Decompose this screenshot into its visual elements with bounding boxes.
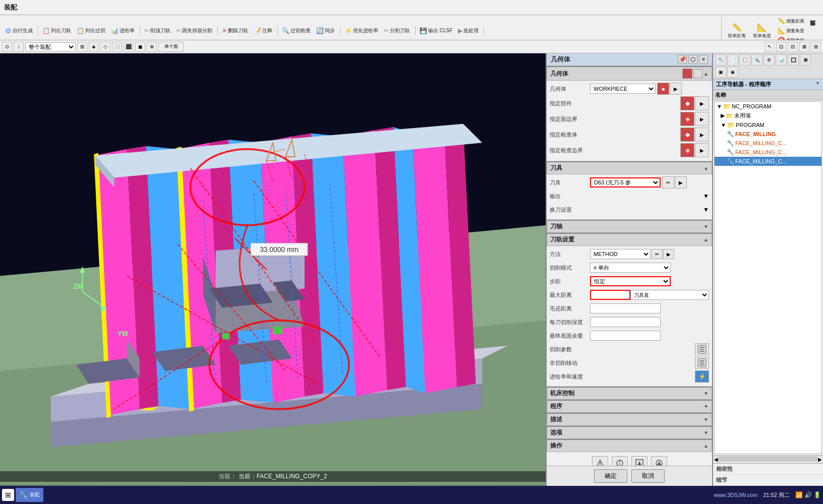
stepover-select[interactable]: 恒定 bbox=[590, 276, 671, 286]
feed-speed-btn[interactable]: ⚡ bbox=[695, 370, 709, 383]
section-program[interactable]: 程序 ▼ bbox=[547, 400, 712, 413]
description-collapse[interactable]: ▼ bbox=[703, 417, 709, 422]
section-operation[interactable]: 操作 ▲ bbox=[547, 439, 712, 452]
mode-icon-btn[interactable]: ↕ bbox=[14, 42, 24, 52]
assembly-filter-select[interactable]: 整个装配 bbox=[25, 42, 76, 51]
right-panel-scroll[interactable]: 几何体 ▲ 几何体 WORKPIECE bbox=[547, 66, 712, 466]
note-btn[interactable]: 📝 注释 bbox=[252, 26, 274, 35]
specify-check-boundary-btn[interactable]: ◈ bbox=[680, 143, 694, 157]
feed-rate-btn[interactable]: 📊 进给率 bbox=[109, 26, 137, 35]
tool-collapse[interactable]: ▲ bbox=[703, 165, 709, 171]
far-icon8[interactable]: 🔳 bbox=[800, 54, 811, 66]
tb4-select-face[interactable]: 单个面 bbox=[158, 42, 184, 52]
scroll-right-btn[interactable]: ▶ bbox=[818, 457, 822, 462]
section-axis[interactable]: 刀轴 ▼ bbox=[547, 220, 712, 233]
opt-feed-btn[interactable]: ⚡ 优化进给率 bbox=[342, 26, 380, 35]
tree-item-face-milling-copy2[interactable]: 🔧 FACE_MILLING_C... bbox=[715, 148, 821, 157]
final-stock-input[interactable]: 0.0000 bbox=[590, 331, 661, 341]
specify-part-btn[interactable]: ◆ bbox=[680, 96, 694, 110]
view-btn3[interactable]: ⊟ bbox=[788, 42, 798, 52]
far-icon9[interactable]: ▣ bbox=[715, 67, 726, 78]
tb4-btn6[interactable]: ◼ bbox=[135, 42, 145, 52]
op-btn4[interactable] bbox=[651, 456, 667, 466]
specify-boundary-select-btn[interactable]: ▶ bbox=[695, 112, 709, 126]
cut-depth-input[interactable]: 0.0000 bbox=[590, 317, 661, 327]
far-icon4[interactable]: 🔩 bbox=[751, 54, 762, 66]
view-btn4[interactable]: ⊠ bbox=[799, 42, 809, 52]
method-select-btn[interactable]: ▶ bbox=[663, 249, 674, 259]
panel-expand-btn[interactable]: ⬡ bbox=[688, 55, 697, 64]
tb4-btn4[interactable]: ⬜ bbox=[112, 42, 122, 52]
simple-angle-btn[interactable]: 📐 简单角度 bbox=[751, 21, 773, 41]
tb4-btn3[interactable]: ◇ bbox=[100, 42, 110, 52]
far-icon2[interactable]: 📄 bbox=[727, 54, 738, 66]
tree-item-face-milling-copy1[interactable]: 🔧 FACE_MILLING_C... bbox=[715, 139, 821, 148]
options-collapse[interactable]: ▼ bbox=[703, 430, 709, 435]
axis-collapse[interactable]: ▼ bbox=[703, 224, 709, 229]
tool-change-collapse-icon[interactable]: ▼ bbox=[703, 206, 709, 213]
view-btn1[interactable]: ↖ bbox=[765, 42, 775, 52]
simple-dist-btn[interactable]: 📏 简单距离 bbox=[726, 21, 748, 41]
section-options[interactable]: 选项 ▼ bbox=[547, 426, 712, 439]
output-clsf-btn[interactable]: 💾 输出 CLSF bbox=[418, 26, 454, 35]
list-path-btn[interactable]: 📋 列出刀轨 bbox=[40, 26, 73, 35]
tree-scroll-area[interactable]: ◀ ▶ bbox=[713, 455, 823, 463]
far-icon3[interactable]: 📋 bbox=[739, 54, 750, 66]
far-icon7[interactable]: 🔲 bbox=[788, 54, 799, 66]
op-btn1[interactable] bbox=[592, 456, 608, 466]
tb4-btn2[interactable]: ◈ bbox=[89, 42, 99, 52]
tool-select-btn[interactable]: ▶ bbox=[675, 176, 687, 188]
far-icon10[interactable]: ◉ bbox=[727, 67, 738, 78]
op-btn3[interactable] bbox=[631, 456, 648, 466]
geom-collapse[interactable]: ▲ bbox=[703, 71, 709, 77]
geom-icon1[interactable] bbox=[682, 69, 692, 79]
trim-path-btn[interactable]: ✂ 削顶刀轨 bbox=[142, 26, 172, 35]
filter-icon-btn[interactable]: ⊙ bbox=[2, 42, 12, 52]
view-btn2[interactable]: ⊡ bbox=[776, 42, 786, 52]
tb4-btn7[interactable]: ⊕ bbox=[147, 42, 157, 52]
ok-button[interactable]: 确定 bbox=[594, 469, 627, 483]
specify-part-select-btn[interactable]: ▶ bbox=[695, 96, 709, 110]
output-collapse-icon[interactable]: ▼ bbox=[703, 193, 709, 200]
tb4-btn1[interactable]: ⊞ bbox=[77, 42, 87, 52]
machine-control-collapse[interactable]: ▼ bbox=[703, 391, 709, 396]
panel-pin-btn[interactable]: 📌 bbox=[678, 55, 687, 64]
geom-edit-btn[interactable]: ■ bbox=[657, 83, 669, 95]
split-by-holder-btn[interactable]: ✂ 因夹持器分割 bbox=[174, 26, 214, 35]
meas-angle-btn[interactable]: 📐 测量角度 bbox=[776, 26, 806, 35]
geom-select-btn[interactable]: ▶ bbox=[670, 83, 682, 95]
3d-viewport[interactable]: 33.0000 mm ZM YM bbox=[0, 53, 546, 486]
start-button[interactable]: ⊞ bbox=[2, 489, 14, 501]
specify-check-body-select-btn[interactable]: ▶ bbox=[695, 128, 709, 142]
workpiece-select[interactable]: WORKPIECE bbox=[590, 84, 656, 94]
far-icon1[interactable]: 🔧 bbox=[715, 54, 726, 66]
cancel-button[interactable]: 取消 bbox=[631, 469, 665, 483]
tb4-btn5[interactable]: ⬛ bbox=[124, 42, 134, 52]
batch-btn[interactable]: ▶ 批处理 bbox=[456, 26, 481, 35]
section-geometry[interactable]: 几何体 ▲ bbox=[547, 66, 712, 81]
overcut-check-btn[interactable]: 🔍 过切检查 bbox=[280, 26, 313, 35]
operation-collapse[interactable]: ▲ bbox=[703, 443, 709, 449]
tree-item-nc-program[interactable]: ▼ 📁 NC_PROGRAM bbox=[715, 102, 821, 111]
cut-params-btn[interactable] bbox=[695, 343, 709, 355]
view-btn5[interactable]: ⊞ bbox=[811, 42, 821, 52]
stock-dist-input[interactable]: 1.0000 bbox=[590, 303, 661, 313]
specify-boundary-btn[interactable]: ◈ bbox=[680, 112, 694, 126]
taskbar-app-btn[interactable]: 🔧 装配 bbox=[16, 488, 43, 502]
section-path-settings[interactable]: 刀轨设置 ▲ bbox=[547, 233, 712, 246]
delete-path-btn[interactable]: ✕ 删除刀轨 bbox=[220, 26, 250, 35]
section-description[interactable]: 描述 ▼ bbox=[547, 413, 712, 426]
far-icon5[interactable]: ⚙ bbox=[763, 54, 775, 66]
tree-item-face-milling[interactable]: 🔧 FACE_MILLING bbox=[715, 130, 821, 139]
split-path-btn[interactable]: ✂ 分割刀轨 bbox=[382, 26, 412, 35]
list-overcut-btn[interactable]: 📋 列出过切 bbox=[75, 26, 107, 35]
tree-item-program[interactable]: ▼ 📁 PROGRAM bbox=[715, 120, 821, 130]
tool-select[interactable]: D63 (无刀-5 参 bbox=[590, 177, 661, 187]
method-edit-btn[interactable]: ✏ bbox=[652, 249, 663, 259]
cut-mode-select[interactable]: ≡ 单向 bbox=[590, 263, 671, 273]
max-dist-unit-select[interactable]: 刀具直 bbox=[630, 290, 709, 300]
tree-item-face-milling-copy3[interactable]: 🔧 FACE_MILLING_C... bbox=[715, 157, 821, 166]
nav-tree[interactable]: ▼ 📁 NC_PROGRAM ▶ 📁 未用项 ▼ 📁 PROGRA bbox=[714, 101, 822, 454]
non-cut-btn[interactable] bbox=[695, 357, 709, 369]
scrollbar-track[interactable] bbox=[719, 457, 817, 461]
